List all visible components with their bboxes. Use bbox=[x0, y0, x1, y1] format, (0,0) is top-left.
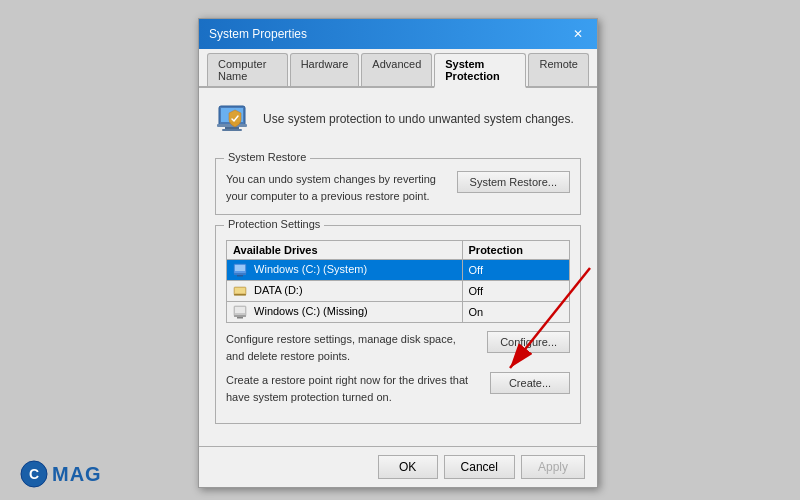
drive-icon bbox=[233, 305, 250, 317]
table-row[interactable]: DATA (D:) Off bbox=[227, 281, 570, 302]
tab-computer-name[interactable]: Computer Name bbox=[207, 53, 288, 86]
system-restore-content: You can undo system changes by reverting… bbox=[226, 171, 570, 204]
col-protection: Protection bbox=[462, 241, 569, 260]
drive-label: DATA (D:) bbox=[254, 284, 302, 296]
svg-rect-5 bbox=[225, 127, 239, 129]
drive-icon bbox=[233, 263, 250, 275]
title-bar-buttons: ✕ bbox=[569, 25, 587, 43]
section-header: Use system protection to undo unwanted s… bbox=[215, 100, 581, 146]
drive-protection: Off bbox=[462, 260, 569, 281]
tab-system-protection[interactable]: System Protection bbox=[434, 53, 526, 88]
table-header: Available Drives Protection bbox=[227, 241, 570, 260]
ok-button[interactable]: OK bbox=[378, 455, 438, 479]
svg-rect-6 bbox=[222, 129, 242, 131]
protection-icon bbox=[215, 100, 253, 138]
dialog-footer: OK Cancel Apply bbox=[199, 446, 597, 487]
cmag-logo: C MAG bbox=[20, 460, 102, 488]
cmag-text: MAG bbox=[52, 463, 102, 486]
col-drives: Available Drives bbox=[227, 241, 463, 260]
system-restore-label: System Restore bbox=[224, 151, 310, 163]
drives-table: Available Drives Protection bbox=[226, 240, 570, 323]
tabs-container: Computer Name Hardware Advanced System P… bbox=[199, 49, 597, 88]
create-description: Create a restore point right now for the… bbox=[226, 372, 482, 405]
system-restore-group: System Restore You can undo system chang… bbox=[215, 158, 581, 215]
tab-hardware[interactable]: Hardware bbox=[290, 53, 360, 86]
tab-content: Use system protection to undo unwanted s… bbox=[199, 88, 597, 446]
svg-rect-17 bbox=[237, 317, 243, 319]
tab-advanced[interactable]: Advanced bbox=[361, 53, 432, 86]
svg-rect-16 bbox=[234, 315, 246, 317]
drive-icon bbox=[233, 284, 250, 296]
system-restore-button[interactable]: System Restore... bbox=[457, 171, 570, 193]
svg-rect-13 bbox=[234, 294, 246, 296]
drive-protection: On bbox=[462, 302, 569, 323]
svg-rect-15 bbox=[235, 307, 245, 313]
create-row: Create a restore point right now for the… bbox=[226, 372, 570, 405]
svg-rect-9 bbox=[234, 273, 246, 275]
configure-description: Configure restore settings, manage disk … bbox=[226, 331, 479, 364]
cmag-icon: C bbox=[20, 460, 48, 488]
table-body: Windows (C:) (System) Off bbox=[227, 260, 570, 323]
drive-name: Windows (C:) (Missing) bbox=[227, 302, 463, 323]
close-button[interactable]: ✕ bbox=[569, 25, 587, 43]
drive-protection: Off bbox=[462, 281, 569, 302]
dialog-title: System Properties bbox=[209, 27, 307, 41]
drive-label: Windows (C:) (Missing) bbox=[254, 305, 368, 317]
drive-label: Windows (C:) (System) bbox=[254, 263, 367, 275]
svg-rect-8 bbox=[235, 265, 245, 271]
svg-text:C: C bbox=[29, 466, 39, 482]
protection-settings-label: Protection Settings bbox=[224, 218, 324, 230]
protection-settings-group: Protection Settings Available Drives Pro… bbox=[215, 225, 581, 424]
drive-name: DATA (D:) bbox=[227, 281, 463, 302]
table-row[interactable]: Windows (C:) (System) Off bbox=[227, 260, 570, 281]
configure-row: Configure restore settings, manage disk … bbox=[226, 331, 570, 364]
system-properties-dialog: System Properties ✕ Computer Name Hardwa… bbox=[198, 18, 598, 488]
section-description: Use system protection to undo unwanted s… bbox=[263, 111, 574, 128]
create-button[interactable]: Create... bbox=[490, 372, 570, 394]
apply-button[interactable]: Apply bbox=[521, 455, 585, 479]
svg-rect-10 bbox=[237, 275, 243, 277]
tab-remote[interactable]: Remote bbox=[528, 53, 589, 86]
protection-settings-content: Available Drives Protection bbox=[226, 240, 570, 405]
table-row[interactable]: Windows (C:) (Missing) On bbox=[227, 302, 570, 323]
drive-name: Windows (C:) (System) bbox=[227, 260, 463, 281]
svg-rect-12 bbox=[235, 288, 245, 293]
title-bar: System Properties ✕ bbox=[199, 19, 597, 49]
cancel-button[interactable]: Cancel bbox=[444, 455, 515, 479]
system-restore-description: You can undo system changes by reverting… bbox=[226, 171, 449, 204]
configure-button[interactable]: Configure... bbox=[487, 331, 570, 353]
